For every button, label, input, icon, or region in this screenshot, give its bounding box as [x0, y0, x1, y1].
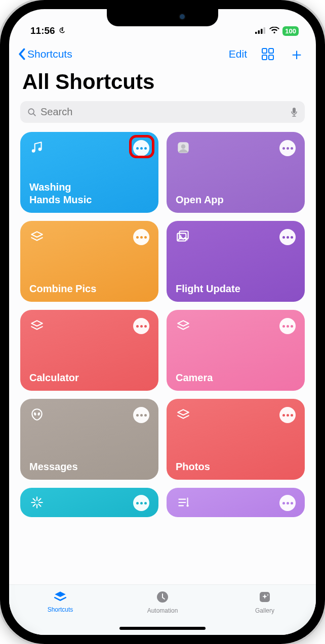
svg-point-19: [37, 412, 40, 416]
more-options-button[interactable]: [279, 140, 296, 156]
svg-rect-2: [258, 30, 260, 34]
shortcut-label: Calculator: [29, 372, 149, 384]
svg-point-14: [181, 145, 186, 149]
notch: [107, 9, 218, 26]
photos-icon: [176, 229, 191, 244]
search-icon: [27, 108, 36, 117]
sparkbox-icon: [258, 590, 272, 606]
more-options-button[interactable]: [133, 229, 149, 245]
list-icon: [176, 495, 191, 510]
tab-label: Automation: [147, 607, 178, 614]
back-label: Shortcuts: [27, 48, 72, 60]
back-button[interactable]: Shortcuts: [18, 48, 72, 60]
stack-icon: [29, 229, 45, 244]
app-icon: [176, 140, 191, 155]
stack-icon: [29, 318, 45, 333]
home-indicator: [119, 627, 206, 630]
shortcut-label: Open App: [176, 194, 296, 206]
shortcut-tile[interactable]: Washing Hands Music: [20, 132, 158, 213]
shortcut-label: Washing Hands Music: [29, 181, 149, 206]
svg-rect-1: [255, 32, 257, 34]
svg-rect-10: [293, 108, 296, 113]
svg-point-18: [33, 412, 36, 416]
chevron-left-icon: [18, 48, 26, 60]
more-options-button[interactable]: [279, 495, 296, 511]
svg-point-20: [186, 504, 188, 507]
shortcut-tile[interactable]: Open App: [167, 132, 305, 213]
screen: 11:56 100 Shortcuts Ed: [9, 9, 316, 635]
orientation-lock-icon: [58, 26, 66, 36]
device-frame: 11:56 100 Shortcuts Ed: [0, 0, 325, 644]
stack-icon: [176, 318, 191, 333]
tab-label: Shortcuts: [48, 606, 73, 613]
shortcut-label: Photos: [176, 461, 296, 473]
cellular-signal-icon: [255, 25, 266, 36]
more-options-button[interactable]: [133, 140, 149, 156]
shortcut-tile[interactable]: Calculator: [20, 310, 158, 391]
search-field[interactable]: [20, 101, 305, 123]
music-icon: [29, 140, 45, 155]
svg-rect-8: [269, 55, 273, 60]
nav-bar: Shortcuts Edit ＋: [9, 37, 316, 65]
shortcut-tile[interactable]: Camera: [167, 310, 305, 391]
search-input[interactable]: [40, 106, 287, 118]
tab-shortcuts[interactable]: Shortcuts: [30, 590, 91, 613]
layout-grid-icon[interactable]: [261, 48, 274, 61]
shortcut-tile[interactable]: Photos: [167, 399, 305, 480]
battery-indicator: 100: [282, 26, 299, 36]
shortcut-label: Combine Pics: [29, 283, 149, 295]
edit-button[interactable]: Edit: [229, 48, 247, 60]
clock-icon: [155, 590, 170, 606]
wifi-icon: [269, 25, 279, 36]
shortcut-tile[interactable]: [167, 488, 305, 517]
svg-rect-3: [261, 29, 263, 34]
svg-point-9: [28, 109, 34, 114]
svg-rect-7: [262, 55, 267, 60]
shortcut-tile[interactable]: Flight Update: [167, 221, 305, 302]
more-options-button[interactable]: [133, 407, 149, 423]
status-time: 11:56: [30, 25, 55, 36]
more-options-button[interactable]: [279, 229, 296, 245]
shortcut-tile[interactable]: [20, 488, 158, 517]
dictation-icon[interactable]: [291, 107, 298, 117]
more-options-button[interactable]: [133, 495, 149, 511]
tab-label: Gallery: [255, 607, 274, 614]
shortcut-tile[interactable]: Combine Pics: [20, 221, 158, 302]
alien-icon: [29, 407, 45, 422]
shortcuts-grid: Washing Hands MusicOpen AppCombine PicsF…: [9, 123, 316, 584]
more-options-button[interactable]: [133, 318, 149, 334]
more-options-button[interactable]: [279, 318, 296, 334]
svg-point-12: [38, 148, 42, 151]
svg-point-11: [32, 149, 35, 152]
more-options-button[interactable]: [279, 407, 296, 423]
svg-rect-6: [269, 49, 273, 53]
shortcut-label: Flight Update: [176, 283, 296, 295]
page-title: All Shortcuts: [9, 65, 316, 101]
svg-rect-5: [262, 49, 267, 53]
spark-icon: [29, 495, 45, 510]
stack-icon: [176, 407, 191, 422]
stack-fill-icon: [53, 590, 68, 605]
svg-rect-4: [264, 27, 266, 34]
tab-automation[interactable]: Automation: [132, 590, 193, 614]
shortcut-label: Messages: [29, 461, 149, 473]
tab-gallery[interactable]: Gallery: [234, 590, 295, 614]
shortcut-label: Camera: [176, 372, 296, 384]
shortcut-tile[interactable]: Messages: [20, 399, 158, 480]
